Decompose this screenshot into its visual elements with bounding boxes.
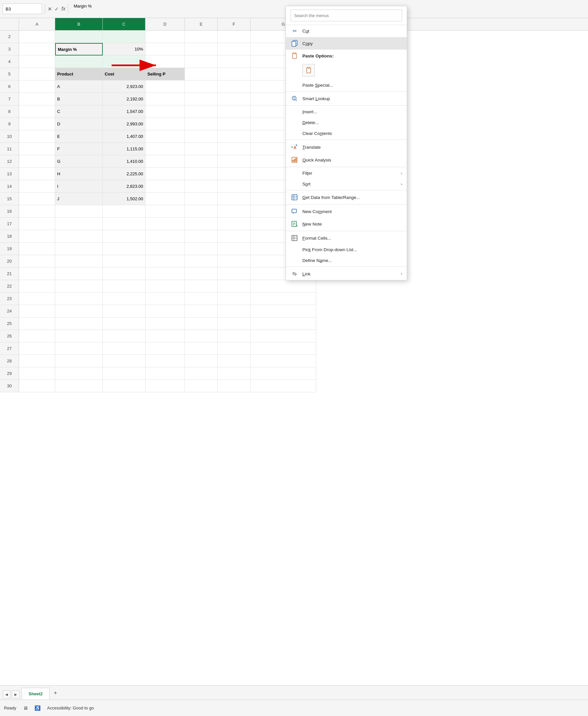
cell-d8[interactable] (145, 105, 185, 118)
cell-c10[interactable]: 1,407.00 (103, 130, 145, 143)
cell-b15[interactable]: J (55, 193, 103, 205)
cell-a11[interactable] (19, 143, 55, 155)
cell-d11[interactable] (145, 143, 185, 155)
col-header-a[interactable]: A (19, 18, 55, 30)
menu-item-format-cells[interactable]: Format Cells... (286, 232, 407, 244)
cell-c11[interactable]: 1,115.00 (103, 143, 145, 155)
cell-a3[interactable] (19, 43, 55, 56)
col-header-d[interactable]: D (145, 18, 185, 30)
menu-item-copy[interactable]: Copy (286, 37, 407, 49)
cell-d2[interactable] (145, 30, 185, 43)
cell-f14[interactable] (218, 180, 251, 193)
cell-e4[interactable] (185, 56, 218, 68)
cell-e15[interactable] (185, 193, 218, 205)
cell-e2[interactable] (185, 30, 218, 43)
sheet-nav-next-btn[interactable]: ► (12, 690, 20, 698)
cell-d15[interactable] (145, 193, 185, 205)
confirm-icon[interactable]: ✓ (55, 6, 59, 12)
menu-item-pick-dropdown[interactable]: Pick From Drop-down List... (286, 244, 407, 255)
menu-item-new-note[interactable]: New Note (286, 218, 407, 230)
cell-f7[interactable] (218, 93, 251, 105)
cell-c6[interactable]: 2,923.00 (103, 80, 145, 93)
cell-a14[interactable] (19, 180, 55, 193)
cell-c2[interactable] (103, 30, 145, 43)
cell-ref-box[interactable]: B3 (3, 4, 42, 14)
sheet-tab-sheet2[interactable]: Sheet2 (22, 688, 49, 700)
menu-item-translate[interactable]: a A Translate (286, 141, 407, 154)
col-header-c[interactable]: C (103, 18, 145, 30)
cell-b14[interactable]: I (55, 180, 103, 193)
cell-a8[interactable] (19, 105, 55, 118)
cell-b2[interactable] (55, 30, 103, 43)
select-all-corner[interactable] (0, 18, 19, 30)
cell-a7[interactable] (19, 93, 55, 105)
menu-item-smart-lookup[interactable]: Smart Lookup (286, 92, 407, 105)
cell-d6[interactable] (145, 80, 185, 93)
cancel-icon[interactable]: ✕ (48, 6, 52, 12)
cell-a15[interactable] (19, 193, 55, 205)
menu-item-insert[interactable]: Insert... (286, 106, 407, 117)
cell-d13[interactable] (145, 168, 185, 180)
cell-f8[interactable] (218, 105, 251, 118)
menu-item-paste-options[interactable]: Paste Options: (286, 49, 407, 62)
menu-item-link[interactable]: Link › (286, 268, 407, 280)
cell-e13[interactable] (185, 168, 218, 180)
cell-b12[interactable]: G (55, 155, 103, 168)
col-header-f[interactable]: F (218, 18, 251, 30)
cell-b10[interactable]: E (55, 130, 103, 143)
cell-e14[interactable] (185, 180, 218, 193)
cell-b7[interactable]: B (55, 93, 103, 105)
cell-b6[interactable]: A (55, 80, 103, 93)
cell-c3[interactable]: 10% (103, 43, 145, 56)
cell-e8[interactable] (185, 105, 218, 118)
cell-e10[interactable] (185, 130, 218, 143)
cell-c7[interactable]: 2,192.00 (103, 93, 145, 105)
cell-f10[interactable] (218, 130, 251, 143)
menu-item-new-comment[interactable]: New Comment (286, 205, 407, 218)
cell-b13[interactable]: H (55, 168, 103, 180)
cell-b5[interactable]: Product (55, 68, 103, 80)
cell-f2[interactable] (218, 30, 251, 43)
cell-a2[interactable] (19, 30, 55, 43)
cell-f5[interactable] (218, 68, 251, 80)
cell-e7[interactable] (185, 93, 218, 105)
cell-e9[interactable] (185, 118, 218, 130)
cell-d3[interactable] (145, 43, 185, 56)
menu-search-input[interactable] (291, 9, 402, 21)
cell-f9[interactable] (218, 118, 251, 130)
menu-item-define-name[interactable]: Define Name... (286, 255, 407, 266)
cell-c14[interactable]: 2,823.00 (103, 180, 145, 193)
sheet-nav-prev-btn[interactable]: ◄ (3, 690, 10, 698)
menu-item-get-data[interactable]: Get Data from Table/Range... (286, 191, 407, 204)
cell-e5[interactable] (185, 68, 218, 80)
cell-a4[interactable] (19, 56, 55, 68)
cell-b11[interactable]: F (55, 143, 103, 155)
cell-a10[interactable] (19, 130, 55, 143)
menu-item-filter[interactable]: Filter › (286, 168, 407, 178)
cell-d14[interactable] (145, 180, 185, 193)
cell-c15[interactable]: 1,502.00 (103, 193, 145, 205)
cell-b8[interactable]: C (55, 105, 103, 118)
cell-d7[interactable] (145, 93, 185, 105)
menu-item-sort[interactable]: Sort › (286, 178, 407, 189)
cell-d12[interactable] (145, 155, 185, 168)
col-header-b[interactable]: B (55, 18, 103, 30)
cell-c8[interactable]: 1,547.00 (103, 105, 145, 118)
cell-e11[interactable] (185, 143, 218, 155)
menu-item-clear-contents[interactable]: Clear Contents (286, 128, 407, 139)
cell-f12[interactable] (218, 155, 251, 168)
cell-b9[interactable]: D (55, 118, 103, 130)
cell-f3[interactable] (218, 43, 251, 56)
menu-item-quick-analysis[interactable]: Quick Analysis (286, 154, 407, 166)
menu-item-delete[interactable]: Delete... (286, 117, 407, 128)
col-header-e[interactable]: E (185, 18, 218, 30)
menu-item-paste-special[interactable]: Paste Special... (286, 80, 407, 91)
cell-a6[interactable] (19, 80, 55, 93)
cell-a13[interactable] (19, 168, 55, 180)
sheet-tab-add-button[interactable]: + (50, 688, 61, 698)
cell-e12[interactable] (185, 155, 218, 168)
fx-icon[interactable]: fx (61, 6, 65, 12)
cell-f15[interactable] (218, 193, 251, 205)
cell-e6[interactable] (185, 80, 218, 93)
cell-a5[interactable] (19, 68, 55, 80)
